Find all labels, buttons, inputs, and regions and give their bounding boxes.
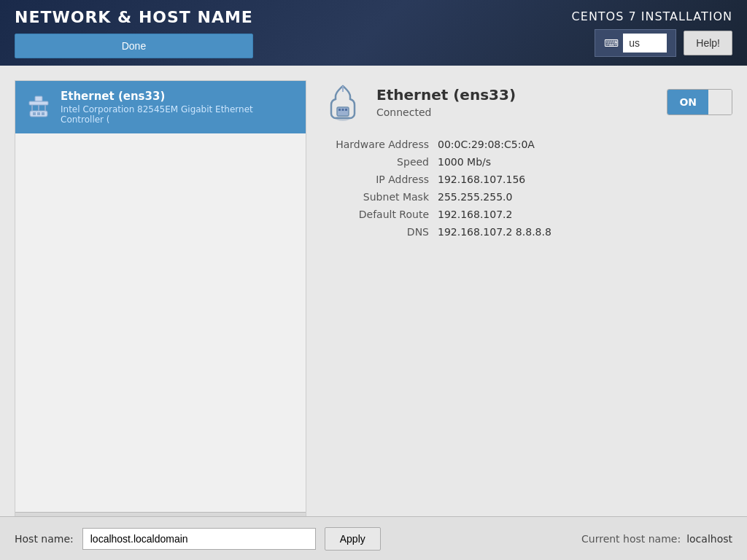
hostname-input[interactable] xyxy=(82,528,316,550)
keyboard-lang-input[interactable] xyxy=(623,34,667,52)
hardware-address-value: 00:0C:29:08:C5:0A xyxy=(438,139,535,150)
keyboard-icon: ⌨ xyxy=(604,37,619,49)
keyboard-button[interactable]: ⌨ xyxy=(595,29,676,57)
network-list: Ethernet (ens33) Intel Corporation 82545… xyxy=(15,81,306,512)
detail-row-ip: IP Address 192.168.107.156 xyxy=(321,174,732,185)
svg-rect-11 xyxy=(338,109,341,111)
device-header: Ethernet (ens33) Connected ON xyxy=(321,80,732,124)
dns-value: 192.168.107.2 8.8.8.8 xyxy=(438,226,551,238)
toggle-on[interactable]: ON xyxy=(667,90,708,114)
toggle-switch[interactable]: ON xyxy=(667,89,732,115)
detail-row-dns: DNS 192.168.107.2 8.8.8.8 xyxy=(321,226,732,238)
network-item-ens33[interactable]: Ethernet (ens33) Intel Corporation 82545… xyxy=(15,81,306,133)
network-list-panel: Ethernet (ens33) Intel Corporation 82545… xyxy=(15,80,306,545)
svg-rect-1 xyxy=(29,101,48,105)
subnet-mask-value: 255.255.255.0 xyxy=(438,191,512,203)
svg-rect-0 xyxy=(35,96,42,101)
default-route-label: Default Route xyxy=(321,209,438,220)
svg-rect-6 xyxy=(33,112,36,115)
network-item-desc: Intel Corporation 82545EM Gigabit Ethern… xyxy=(61,104,295,125)
apply-button[interactable]: Apply xyxy=(325,527,381,551)
detail-row-hardware: Hardware Address 00:0C:29:08:C5:0A xyxy=(321,139,732,150)
speed-label: Speed xyxy=(321,156,438,168)
header-controls: ⌨ Help! xyxy=(595,29,732,57)
svg-rect-7 xyxy=(37,112,40,115)
current-hostname-label: Current host name: xyxy=(581,533,681,545)
device-status: Connected xyxy=(376,106,516,118)
network-item-name: Ethernet (ens33) xyxy=(61,90,295,103)
device-details: Hardware Address 00:0C:29:08:C5:0A Speed… xyxy=(321,139,732,506)
ip-address-value: 192.168.107.156 xyxy=(438,174,525,185)
detail-row-route: Default Route 192.168.107.2 xyxy=(321,209,732,220)
device-title-block: Ethernet (ens33) Connected xyxy=(376,86,516,118)
hardware-address-label: Hardware Address xyxy=(321,139,438,150)
network-item-info: Ethernet (ens33) Intel Corporation 82545… xyxy=(61,90,295,125)
svg-rect-12 xyxy=(342,109,344,111)
svg-rect-13 xyxy=(345,109,347,111)
current-hostname-value: localhost xyxy=(686,533,732,545)
installation-title: CENTOS 7 INSTALLATION xyxy=(572,9,732,23)
help-button[interactable]: Help! xyxy=(684,31,732,55)
device-detail-panel: Ethernet (ens33) Connected ON Hardware A… xyxy=(321,80,732,545)
svg-rect-8 xyxy=(42,112,44,115)
default-route-value: 192.168.107.2 xyxy=(438,209,512,220)
main-content: Ethernet (ens33) Intel Corporation 82545… xyxy=(0,66,747,560)
page-title: NETWORK & HOST NAME xyxy=(15,8,253,26)
ethernet-icon xyxy=(26,94,52,120)
svg-rect-10 xyxy=(337,107,349,116)
dns-label: DNS xyxy=(321,226,438,238)
detail-row-subnet: Subnet Mask 255.255.255.0 xyxy=(321,191,732,203)
header-right: CENTOS 7 INSTALLATION ⌨ Help! xyxy=(572,9,732,57)
ip-address-label: IP Address xyxy=(321,174,438,185)
device-name: Ethernet (ens33) xyxy=(376,86,516,104)
subnet-mask-label: Subnet Mask xyxy=(321,191,438,203)
device-ethernet-icon xyxy=(321,80,365,124)
toggle-off[interactable] xyxy=(708,90,732,114)
detail-row-speed: Speed 1000 Mb/s xyxy=(321,156,732,168)
hostname-label: Host name: xyxy=(15,533,74,545)
current-hostname-block: Current host name: localhost xyxy=(581,533,732,545)
done-button[interactable]: Done xyxy=(15,34,253,58)
bottom-bar: Host name: Apply Current host name: loca… xyxy=(0,516,747,560)
header: NETWORK & HOST NAME Done CENTOS 7 INSTAL… xyxy=(0,0,747,66)
device-info: Ethernet (ens33) Connected xyxy=(321,80,516,124)
speed-value: 1000 Mb/s xyxy=(438,156,491,168)
